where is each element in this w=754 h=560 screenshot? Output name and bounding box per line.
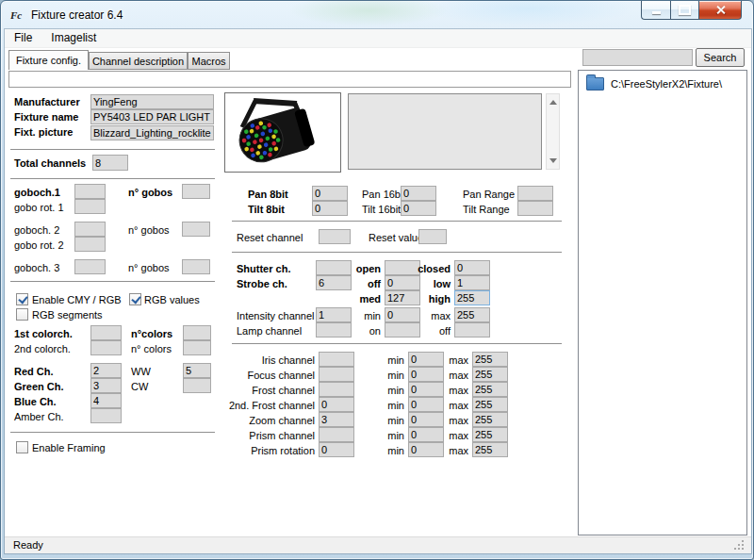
menu-file[interactable]: File	[5, 29, 41, 47]
iris-channel-field[interactable]	[319, 352, 354, 367]
separator	[10, 432, 215, 433]
fixture-picture[interactable]	[224, 92, 341, 173]
prism-channel-field[interactable]	[319, 427, 354, 442]
maximize-button[interactable]	[670, 1, 698, 20]
tab-channel-description[interactable]: Channel description	[89, 52, 188, 70]
status-bar: Ready	[5, 536, 751, 553]
zoom-max-field[interactable]	[472, 412, 508, 427]
pan-8bit-field[interactable]	[312, 186, 348, 201]
close-button[interactable]	[698, 1, 742, 20]
tilt-16bit-field[interactable]	[401, 201, 436, 216]
separator	[10, 178, 215, 179]
reset-value-field[interactable]	[418, 229, 447, 244]
lamp-channel-label: Lamp channel	[237, 325, 302, 337]
prism-rotation-max-label: max	[436, 445, 468, 456]
focus-min-label: min	[373, 370, 404, 381]
image-listbox[interactable]	[348, 93, 542, 170]
resize-grip[interactable]	[742, 548, 744, 550]
pan-16bit-field[interactable]	[401, 186, 436, 201]
tilt-range-field[interactable]	[517, 201, 553, 216]
frost-max-field[interactable]	[472, 382, 508, 397]
strobe-high-field[interactable]	[454, 290, 490, 305]
enable-framing-checkbox[interactable]	[16, 441, 28, 453]
gobo-ch3-field[interactable]	[74, 259, 106, 274]
total-channels-field[interactable]	[92, 155, 128, 171]
tree-item-fixture-folder[interactable]: C:\FreeStylerX2\Fixture\	[586, 77, 746, 91]
gobo-rot2-field[interactable]	[74, 237, 106, 252]
ncolors2-field[interactable]	[183, 340, 211, 355]
prism-rotation-max-field[interactable]	[472, 442, 508, 457]
gobo-rot1-field[interactable]	[74, 199, 106, 214]
prism-min-label: min	[373, 430, 404, 441]
window-title: Fixture creator 6.4	[31, 8, 123, 22]
manufacturer-field[interactable]	[90, 94, 214, 109]
reset-value-label: Reset value	[369, 232, 423, 243]
search-input[interactable]	[582, 49, 693, 66]
fixture-tree-panel[interactable]: C:\FreeStylerX2\Fixture\	[578, 70, 747, 535]
gobo-ch1-field[interactable]	[74, 184, 106, 199]
pan-range-field[interactable]	[517, 186, 553, 201]
ncolors1-field[interactable]	[183, 325, 211, 340]
prism-rotation-field[interactable]	[319, 442, 354, 457]
second-colorch-field[interactable]	[90, 340, 122, 355]
total-channels-label: Total channels	[14, 157, 86, 169]
rgb-values-checkbox[interactable]	[129, 293, 141, 305]
search-button[interactable]: Search	[696, 48, 745, 67]
gobo-ch2-field[interactable]	[74, 222, 106, 237]
zoom-max-label: max	[436, 415, 468, 426]
strobe-high-label: high	[401, 293, 451, 305]
fixture-path-field[interactable]	[8, 71, 571, 88]
frost2-channel-field[interactable]	[319, 397, 354, 412]
minimize-button[interactable]	[641, 1, 670, 20]
gobo-n3-field[interactable]	[182, 259, 210, 274]
strobe-low-field[interactable]	[454, 275, 490, 290]
enable-cmy-rgb-checkbox[interactable]	[16, 293, 28, 305]
focus-max-field[interactable]	[472, 367, 508, 382]
shutter-closed-field[interactable]	[454, 260, 490, 275]
scroll-down-icon[interactable]	[549, 158, 557, 163]
minimize-icon	[652, 11, 661, 14]
tilt-8bit-field[interactable]	[312, 201, 348, 216]
reset-channel-field[interactable]	[319, 229, 351, 244]
title-bar[interactable]: Fc Fixture creator 6.4	[1, 1, 753, 29]
iris-channel-label: Iris channel	[227, 354, 315, 366]
gobo-n1-label: n° gobos	[128, 187, 172, 198]
menu-imagelist[interactable]: Imagelist	[41, 29, 106, 47]
iris-max-label: max	[436, 354, 468, 366]
amber-ch-field[interactable]	[90, 408, 122, 423]
red-ch-field[interactable]	[90, 363, 122, 378]
iris-min-label: min	[373, 354, 404, 366]
green-ch-field[interactable]	[90, 378, 122, 393]
tab-fixture-config[interactable]: Fixture config.	[8, 50, 89, 70]
fixt-picture-field[interactable]	[90, 125, 214, 140]
blue-ch-field[interactable]	[90, 393, 122, 408]
iris-max-field[interactable]	[472, 352, 508, 367]
listbox-scrollbar[interactable]	[546, 93, 560, 170]
enable-framing-label: Enable Framing	[32, 442, 106, 453]
strobe-ch-label: Strobe ch.	[237, 278, 287, 289]
lamp-off-field[interactable]	[454, 322, 490, 338]
pan-range-label: Pan Range	[463, 189, 515, 200]
first-colorch-field[interactable]	[90, 325, 122, 340]
enable-cmy-rgb-label: Enable CMY / RGB	[32, 294, 122, 305]
prism-max-field[interactable]	[472, 427, 508, 442]
cw-field[interactable]	[183, 378, 211, 393]
gobo-n3-label: n° gobos	[128, 262, 170, 273]
frost2-max-field[interactable]	[472, 397, 508, 412]
fixture-name-field[interactable]	[90, 109, 214, 124]
lamp-on-label: on	[326, 325, 381, 337]
zoom-channel-field[interactable]	[319, 412, 354, 427]
focus-channel-field[interactable]	[319, 367, 354, 382]
scroll-up-icon[interactable]	[549, 100, 557, 105]
frost-min-label: min	[373, 385, 404, 396]
tab-macros[interactable]: Macros	[188, 52, 230, 70]
gobo-n2-field[interactable]	[182, 222, 210, 237]
rgb-segments-checkbox[interactable]	[16, 308, 28, 321]
frost2-max-label: max	[436, 400, 468, 411]
intensity-max-field[interactable]	[454, 307, 490, 322]
frost-channel-field[interactable]	[319, 382, 354, 397]
shutter-ch-label: Shutter ch.	[237, 263, 290, 274]
ww-field[interactable]	[183, 363, 211, 378]
green-ch-label: Green Ch.	[14, 381, 64, 392]
gobo-n1-field[interactable]	[182, 184, 210, 199]
